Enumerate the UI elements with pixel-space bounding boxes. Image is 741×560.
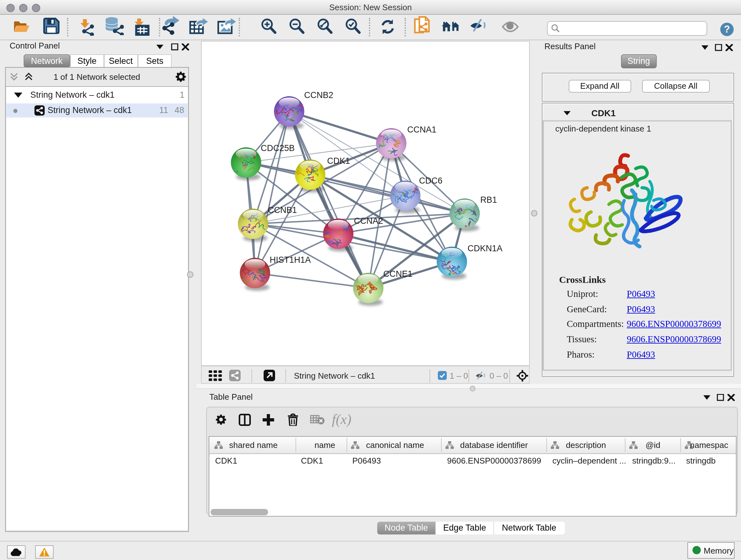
svg-text:CDK1: CDK1 [327, 156, 350, 166]
svg-text:CDC25B: CDC25B [260, 143, 294, 153]
svg-text:database identifier: database identifier [460, 440, 528, 449]
svg-text:CCNA2: CCNA2 [354, 216, 383, 226]
svg-text:HIST1H1A: HIST1H1A [269, 255, 311, 265]
svg-text:namespac: namespac [690, 440, 728, 449]
svg-text:CCNA1: CCNA1 [407, 125, 436, 134]
svg-text:canonical name: canonical name [366, 440, 424, 449]
svg-text:shared name: shared name [229, 440, 278, 449]
svg-text:CDC6: CDC6 [419, 176, 442, 186]
svg-text:@id: @id [646, 440, 661, 449]
svg-text:name: name [314, 440, 335, 449]
svg-text:CCNB2: CCNB2 [304, 90, 333, 100]
svg-text:CCNE1: CCNE1 [383, 269, 412, 279]
svg-text:description: description [566, 440, 606, 449]
svg-text:CDKN1A: CDKN1A [467, 244, 502, 253]
svg-text:?: ? [724, 23, 730, 35]
svg-text:RB1: RB1 [480, 195, 497, 205]
svg-text:CCNB1: CCNB1 [267, 205, 297, 215]
